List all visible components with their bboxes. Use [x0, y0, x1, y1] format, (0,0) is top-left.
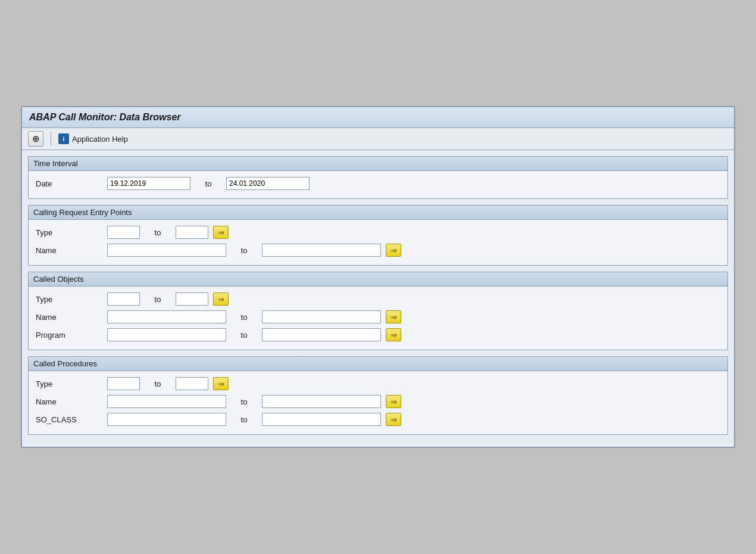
objects-type-row: Type to [36, 292, 720, 306]
window-title: ABAP Call Monitor: Data Browser [29, 112, 727, 123]
objects-type-arrow-button[interactable] [213, 292, 229, 306]
procedures-name-to-input[interactable] [262, 395, 381, 408]
date-row: Date to [36, 177, 720, 190]
calling-name-to-input[interactable] [262, 244, 381, 257]
objects-type-label: Type [36, 295, 107, 304]
objects-name-from-input[interactable] [107, 310, 226, 323]
procedures-name-from-input[interactable] [107, 395, 226, 408]
procedures-type-arrow-button[interactable] [213, 377, 229, 390]
objects-name-arrow-button[interactable] [386, 310, 401, 323]
section-called-procedures: Called Procedures Type to Name to [28, 356, 728, 435]
procedures-name-label: Name [36, 397, 107, 406]
procedures-soclass-to-sep: to [226, 415, 262, 424]
section-called-objects-header: Called Objects [29, 272, 727, 287]
help-label: Application Help [72, 135, 128, 144]
objects-name-to-input[interactable] [262, 310, 381, 323]
info-icon: i [58, 133, 69, 144]
objects-name-row: Name to [36, 310, 720, 323]
procedures-soclass-to-input[interactable] [262, 413, 381, 426]
procedures-type-label: Type [36, 379, 107, 388]
procedures-soclass-label: SO_CLASS [36, 415, 107, 424]
date-from-input[interactable] [107, 177, 190, 190]
content-area: Time Interval Date to Calling Request En… [22, 150, 734, 447]
section-time-interval-body: Date to [29, 171, 727, 198]
date-to-input[interactable] [226, 177, 310, 190]
date-label: Date [36, 179, 107, 188]
calling-type-row: Type to [36, 226, 720, 239]
objects-name-label: Name [36, 313, 107, 322]
title-bar: ABAP Call Monitor: Data Browser [22, 107, 734, 128]
objects-type-to-input[interactable] [176, 292, 208, 306]
procedures-name-row: Name to [36, 395, 720, 408]
objects-program-to-sep: to [226, 331, 262, 340]
section-calling-request-header: Calling Request Entry Points [29, 206, 727, 220]
section-called-procedures-header: Called Procedures [29, 357, 727, 371]
procedures-type-from-input[interactable] [107, 377, 140, 390]
procedures-type-to-sep: to [140, 379, 176, 388]
calling-type-to-sep: to [140, 228, 176, 237]
procedures-name-arrow-button[interactable] [386, 395, 401, 408]
section-time-interval-header: Time Interval [29, 157, 727, 171]
calling-name-label: Name [36, 246, 107, 255]
section-calling-request: Calling Request Entry Points Type to Nam… [28, 205, 728, 266]
date-to-separator: to [190, 179, 226, 188]
procedures-name-to-sep: to [226, 397, 262, 406]
calling-name-from-input[interactable] [107, 244, 226, 257]
section-time-interval: Time Interval Date to [28, 156, 728, 199]
calling-type-to-input[interactable] [176, 226, 208, 239]
objects-program-label: Program [36, 331, 107, 340]
calling-name-row: Name to [36, 244, 720, 257]
toolbar: ⊕ i Application Help [22, 128, 734, 150]
clock-icon: ⊕ [32, 133, 40, 144]
section-called-objects-body: Type to Name to Program [29, 287, 727, 350]
objects-program-row: Program to [36, 328, 720, 341]
procedures-soclass-row: SO_CLASS to [36, 413, 720, 426]
section-called-objects: Called Objects Type to Name to [28, 272, 728, 350]
section-calling-request-body: Type to Name to [29, 220, 727, 265]
procedures-type-row: Type to [36, 377, 720, 390]
toolbar-divider [51, 132, 51, 145]
procedures-soclass-from-input[interactable] [107, 413, 226, 426]
calling-type-label: Type [36, 228, 107, 237]
objects-program-arrow-button[interactable] [386, 328, 401, 341]
toolbar-help: i Application Help [58, 133, 128, 144]
objects-type-to-sep: to [140, 295, 176, 304]
objects-program-from-input[interactable] [107, 328, 226, 341]
objects-name-to-sep: to [226, 313, 262, 322]
clock-button[interactable]: ⊕ [28, 131, 43, 147]
calling-type-arrow-button[interactable] [213, 226, 229, 239]
main-window: ABAP Call Monitor: Data Browser ⊕ i Appl… [21, 106, 735, 448]
calling-name-to-sep: to [226, 246, 262, 255]
objects-type-from-input[interactable] [107, 292, 140, 306]
calling-name-arrow-button[interactable] [386, 244, 401, 257]
calling-type-from-input[interactable] [107, 226, 140, 239]
objects-program-to-input[interactable] [262, 328, 381, 341]
section-called-procedures-body: Type to Name to SO_CLASS [29, 371, 727, 434]
procedures-soclass-arrow-button[interactable] [386, 413, 401, 426]
procedures-type-to-input[interactable] [176, 377, 208, 390]
